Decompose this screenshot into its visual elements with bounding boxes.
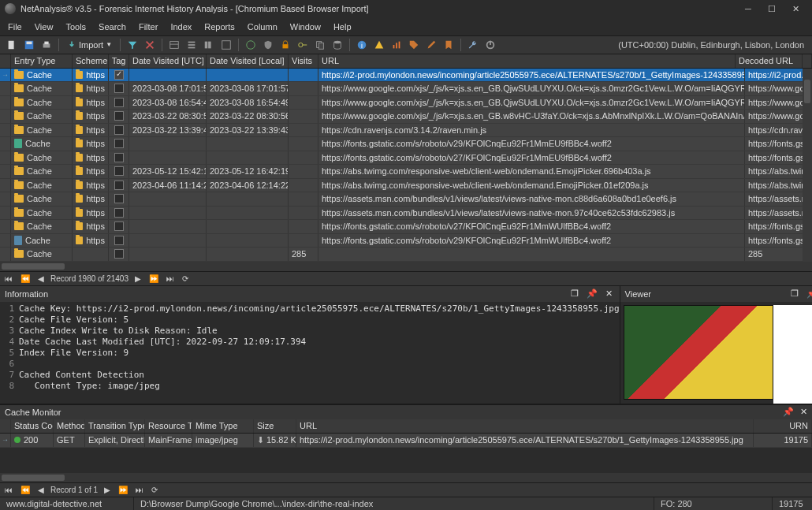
grid-row[interactable]: Cachehttpshttps://assets.msn.com/bundles…: [0, 207, 812, 221]
menu-filter[interactable]: Filter: [139, 22, 158, 32]
menu-window[interactable]: Window: [290, 22, 321, 32]
vertical-scrollbar[interactable]: [803, 69, 812, 262]
pin-icon[interactable]: 📌: [783, 407, 794, 417]
status-fo: FO: 280: [654, 497, 773, 510]
svg-point-13: [247, 41, 255, 50]
cache-row[interactable]: → 200 GET Explicit, DirectLoad MainFrame…: [0, 434, 812, 448]
status-path: D:\Browser Dump\Google Chrome\...\index-…: [134, 497, 654, 510]
grid-row[interactable]: Cachehttps2023-03-22 08:30:56.0002023-03…: [0, 110, 812, 124]
nav-nextpage-icon[interactable]: ⏩: [117, 486, 129, 494]
menu-reports[interactable]: Reports: [204, 22, 235, 32]
close-button[interactable]: ✕: [784, 1, 807, 17]
shield-icon[interactable]: [261, 38, 275, 52]
nav-refresh-icon[interactable]: ⟳: [181, 274, 190, 283]
power-icon[interactable]: [483, 38, 497, 52]
menu-index[interactable]: Index: [170, 22, 192, 32]
info-icon[interactable]: i: [355, 38, 369, 52]
menu-search[interactable]: Search: [99, 22, 126, 32]
menu-view[interactable]: View: [35, 22, 54, 32]
database-icon[interactable]: [330, 38, 345, 52]
menu-help[interactable]: Help: [333, 22, 352, 32]
horizontal-scrollbar[interactable]: [0, 262, 812, 271]
nav-last-icon[interactable]: ⏭: [165, 274, 176, 283]
col-size[interactable]: Size: [254, 419, 296, 433]
pin-icon[interactable]: 📌: [587, 289, 598, 300]
col-decoded-url[interactable]: Decoded URL: [736, 54, 803, 68]
window-restore-icon[interactable]: ❐: [569, 289, 580, 300]
menu-file[interactable]: File: [8, 22, 22, 32]
nav-nextpage-icon[interactable]: ⏩: [147, 274, 160, 283]
clear-filter-icon[interactable]: [143, 38, 157, 52]
import-button[interactable]: Import ▼: [64, 40, 115, 50]
pin-icon[interactable]: 📌: [806, 289, 812, 300]
grid-row[interactable]: Cachehttpshttps://fonts.gstatic.com/s/ro…: [0, 137, 812, 151]
col-resource[interactable]: Resource Type: [145, 419, 192, 433]
maximize-button[interactable]: ☐: [760, 1, 784, 17]
tag-icon[interactable]: [407, 38, 421, 52]
nav-record-label: Record 1 of 1: [50, 486, 98, 494]
list-icon[interactable]: [184, 38, 199, 52]
grid-row[interactable]: Cachehttpshttps://assets.msn.com/bundles…: [0, 192, 812, 207]
key-icon[interactable]: [296, 38, 310, 52]
nav-next-icon[interactable]: ▶: [102, 486, 112, 494]
save-icon[interactable]: [22, 38, 36, 52]
nav-prev-icon[interactable]: ◀: [36, 486, 46, 494]
grid-row[interactable]: →Cachehttpshttps://i2-prod.mylondon.news…: [0, 69, 812, 83]
new-icon[interactable]: [5, 38, 19, 52]
col-date-local[interactable]: Date Visited [Local]: [207, 54, 289, 68]
detail-icon[interactable]: [219, 38, 233, 52]
columns-icon[interactable]: [202, 38, 216, 52]
col-transition[interactable]: Transition Type: [85, 419, 145, 433]
horizontal-scrollbar[interactable]: [0, 473, 812, 482]
lock-icon[interactable]: [278, 38, 292, 52]
nav-prev-icon[interactable]: ◀: [36, 274, 46, 283]
col-entry-type[interactable]: Entry Type: [11, 54, 73, 68]
col-visits[interactable]: Visits: [289, 54, 318, 68]
grid-row[interactable]: Cachehttps2023-03-08 16:54:49.0002023-03…: [0, 96, 812, 110]
copy-icon[interactable]: [313, 38, 327, 52]
col-scheme[interactable]: Scheme: [73, 54, 109, 68]
menu-column[interactable]: Column: [248, 22, 277, 32]
panel-close-icon[interactable]: ✕: [604, 289, 615, 300]
chart-icon[interactable]: [389, 38, 404, 52]
wrench-icon[interactable]: [466, 38, 480, 52]
bookmark-icon[interactable]: [441, 38, 456, 52]
col-tag[interactable]: Tag: [109, 54, 129, 68]
grid-row[interactable]: Cachehttps2023-05-12 15:42:19.0002023-05…: [0, 165, 812, 179]
nav-prevpage-icon[interactable]: ⏪: [19, 274, 32, 283]
col-date-utc[interactable]: Date Visited [UTC]: [129, 54, 207, 68]
svg-rect-22: [393, 45, 395, 48]
nav-next-icon[interactable]: ▶: [133, 274, 143, 283]
grid-row[interactable]: Cachehttps2023-03-22 13:39:43.0002023-03…: [0, 124, 812, 138]
grid-row[interactable]: Cachehttpshttps://fonts.gstatic.com/s/ro…: [0, 151, 812, 166]
grid-row[interactable]: Cachehttps2023-03-08 17:01:57.0002023-03…: [0, 82, 812, 96]
window-restore-icon[interactable]: ❐: [789, 289, 800, 300]
grid-icon[interactable]: [167, 38, 181, 52]
nav-refresh-icon[interactable]: ⟳: [150, 486, 159, 494]
nav-first-icon[interactable]: ⏮: [3, 274, 14, 283]
warning-icon[interactable]: [372, 38, 386, 52]
nav-last-icon[interactable]: ⏭: [134, 486, 145, 494]
titlebar: NetAnalysis® v3.5 - Forensic Internet Hi…: [0, 0, 812, 18]
nav-first-icon[interactable]: ⏮: [3, 486, 14, 494]
minimize-button[interactable]: ─: [736, 1, 760, 17]
grid-row[interactable]: Cachehttpshttps://fonts.gstatic.com/s/ro…: [0, 220, 812, 234]
grid-row[interactable]: Cachehttps2023-04-06 11:14:22.0002023-04…: [0, 179, 812, 193]
col-urn[interactable]: URN: [754, 419, 812, 433]
col-mime[interactable]: Mime Type: [192, 419, 254, 433]
toolbar: Import ▼ i (UTC+00:00) Dublin, Edinburgh…: [0, 36, 812, 54]
col-url[interactable]: URL: [318, 54, 736, 68]
funnel-icon[interactable]: [125, 38, 140, 52]
grid-row[interactable]: Cachehttpshttps://fonts.gstatic.com/s/ro…: [0, 234, 812, 248]
print-icon[interactable]: [39, 38, 54, 52]
menu-tools[interactable]: Tools: [65, 22, 86, 32]
grid-row[interactable]: Cache285285: [0, 248, 812, 262]
col-method[interactable]: Method: [54, 419, 85, 433]
col-status[interactable]: Status Code: [11, 419, 54, 433]
globe-icon[interactable]: [244, 38, 258, 52]
col-cm-url[interactable]: URL: [296, 419, 754, 433]
nav-prevpage-icon[interactable]: ⏪: [19, 486, 32, 494]
panel-close-icon[interactable]: ✕: [800, 407, 807, 417]
edit-icon[interactable]: [424, 38, 438, 52]
viewer-panel: Viewer ❐ 📌 ✕: [620, 286, 812, 404]
